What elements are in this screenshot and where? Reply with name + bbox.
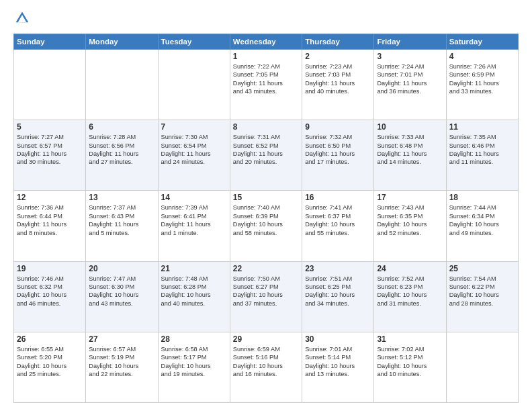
- calendar-cell: 13Sunrise: 7:37 AM Sunset: 6:43 PM Dayli…: [86, 191, 158, 261]
- day-number: 31: [377, 334, 443, 344]
- day-info: Sunrise: 6:57 AM Sunset: 5:19 PM Dayligh…: [89, 345, 154, 379]
- day-info: Sunrise: 7:02 AM Sunset: 5:12 PM Dayligh…: [377, 345, 443, 379]
- calendar-cell: 4Sunrise: 7:26 AM Sunset: 6:59 PM Daylig…: [446, 50, 518, 120]
- calendar-cell: 27Sunrise: 6:57 AM Sunset: 5:19 PM Dayli…: [86, 332, 158, 402]
- calendar-cell: 20Sunrise: 7:47 AM Sunset: 6:30 PM Dayli…: [86, 261, 158, 332]
- day-number: 19: [17, 264, 83, 273]
- calendar-cell: 5Sunrise: 7:27 AM Sunset: 6:57 PM Daylig…: [14, 120, 86, 191]
- day-info: Sunrise: 7:43 AM Sunset: 6:35 PM Dayligh…: [377, 203, 443, 237]
- day-info: Sunrise: 7:26 AM Sunset: 6:59 PM Dayligh…: [449, 62, 515, 96]
- day-info: Sunrise: 7:44 AM Sunset: 6:34 PM Dayligh…: [449, 203, 515, 237]
- day-number: 26: [17, 334, 83, 344]
- day-info: Sunrise: 7:51 AM Sunset: 6:25 PM Dayligh…: [305, 275, 371, 308]
- day-info: Sunrise: 7:40 AM Sunset: 6:39 PM Dayligh…: [233, 203, 299, 237]
- day-number: 7: [161, 122, 227, 132]
- calendar-header-row: SundayMondayTuesdayWednesdayThursdayFrid…: [14, 34, 519, 50]
- day-number: 8: [233, 122, 299, 132]
- calendar-cell: 29Sunrise: 6:59 AM Sunset: 5:16 PM Dayli…: [230, 332, 302, 402]
- calendar-weekday-sunday: Sunday: [14, 34, 86, 50]
- day-number: 30: [305, 334, 371, 344]
- calendar-cell: 26Sunrise: 6:55 AM Sunset: 5:20 PM Dayli…: [14, 332, 86, 402]
- calendar-cell: [14, 50, 86, 120]
- calendar-weekday-thursday: Thursday: [302, 34, 374, 50]
- calendar-cell: 18Sunrise: 7:44 AM Sunset: 6:34 PM Dayli…: [446, 191, 518, 261]
- calendar-cell: 11Sunrise: 7:35 AM Sunset: 6:46 PM Dayli…: [446, 120, 518, 191]
- calendar-cell: 17Sunrise: 7:43 AM Sunset: 6:35 PM Dayli…: [374, 191, 446, 261]
- calendar-week-row: 26Sunrise: 6:55 AM Sunset: 5:20 PM Dayli…: [14, 332, 519, 402]
- calendar-weekday-monday: Monday: [86, 34, 158, 50]
- calendar-week-row: 19Sunrise: 7:46 AM Sunset: 6:32 PM Dayli…: [14, 261, 519, 332]
- day-info: Sunrise: 7:24 AM Sunset: 7:01 PM Dayligh…: [377, 62, 443, 96]
- day-number: 24: [377, 264, 443, 273]
- day-number: 2: [305, 52, 371, 61]
- calendar-weekday-tuesday: Tuesday: [158, 34, 230, 50]
- day-number: 20: [89, 264, 154, 273]
- header: [13, 11, 519, 28]
- day-number: 1: [233, 52, 299, 61]
- day-number: 12: [17, 193, 83, 202]
- calendar-cell: 24Sunrise: 7:52 AM Sunset: 6:23 PM Dayli…: [374, 261, 446, 332]
- calendar-week-row: 12Sunrise: 7:36 AM Sunset: 6:44 PM Dayli…: [14, 191, 519, 261]
- day-number: 4: [449, 52, 515, 61]
- day-number: 22: [233, 264, 299, 273]
- calendar-week-row: 5Sunrise: 7:27 AM Sunset: 6:57 PM Daylig…: [14, 120, 519, 191]
- day-info: Sunrise: 7:54 AM Sunset: 6:22 PM Dayligh…: [449, 275, 515, 308]
- day-info: Sunrise: 7:47 AM Sunset: 6:30 PM Dayligh…: [89, 275, 154, 308]
- day-info: Sunrise: 7:22 AM Sunset: 7:05 PM Dayligh…: [233, 62, 299, 96]
- day-number: 11: [449, 122, 515, 132]
- calendar-cell: 1Sunrise: 7:22 AM Sunset: 7:05 PM Daylig…: [230, 50, 302, 120]
- day-number: 5: [17, 122, 83, 132]
- day-number: 28: [161, 334, 227, 344]
- day-number: 29: [233, 334, 299, 344]
- day-info: Sunrise: 7:23 AM Sunset: 7:03 PM Dayligh…: [305, 62, 371, 96]
- day-info: Sunrise: 6:59 AM Sunset: 5:16 PM Dayligh…: [233, 345, 299, 379]
- page: SundayMondayTuesdayWednesdayThursdayFrid…: [0, 0, 532, 411]
- day-info: Sunrise: 7:46 AM Sunset: 6:32 PM Dayligh…: [17, 275, 83, 308]
- calendar-cell: 6Sunrise: 7:28 AM Sunset: 6:56 PM Daylig…: [86, 120, 158, 191]
- calendar-cell: 2Sunrise: 7:23 AM Sunset: 7:03 PM Daylig…: [302, 50, 374, 120]
- calendar-cell: 31Sunrise: 7:02 AM Sunset: 5:12 PM Dayli…: [374, 332, 446, 402]
- day-number: 18: [449, 193, 515, 202]
- day-number: 14: [161, 193, 227, 202]
- day-number: 16: [305, 193, 371, 202]
- day-number: 27: [89, 334, 154, 344]
- calendar-cell: 12Sunrise: 7:36 AM Sunset: 6:44 PM Dayli…: [14, 191, 86, 261]
- calendar-cell: [86, 50, 158, 120]
- calendar-cell: 19Sunrise: 7:46 AM Sunset: 6:32 PM Dayli…: [14, 261, 86, 332]
- day-info: Sunrise: 7:52 AM Sunset: 6:23 PM Dayligh…: [377, 275, 443, 308]
- day-info: Sunrise: 7:41 AM Sunset: 6:37 PM Dayligh…: [305, 203, 371, 237]
- day-number: 23: [305, 264, 371, 273]
- calendar-cell: 15Sunrise: 7:40 AM Sunset: 6:39 PM Dayli…: [230, 191, 302, 261]
- day-number: 13: [89, 193, 154, 202]
- calendar-cell: 30Sunrise: 7:01 AM Sunset: 5:14 PM Dayli…: [302, 332, 374, 402]
- calendar-weekday-friday: Friday: [374, 34, 446, 50]
- calendar-cell: 25Sunrise: 7:54 AM Sunset: 6:22 PM Dayli…: [446, 261, 518, 332]
- day-info: Sunrise: 7:33 AM Sunset: 6:48 PM Dayligh…: [377, 133, 443, 167]
- calendar-weekday-saturday: Saturday: [446, 34, 518, 50]
- day-info: Sunrise: 6:58 AM Sunset: 5:17 PM Dayligh…: [161, 345, 227, 379]
- logo-icon: [15, 11, 30, 26]
- day-info: Sunrise: 7:48 AM Sunset: 6:28 PM Dayligh…: [161, 275, 227, 308]
- day-info: Sunrise: 7:31 AM Sunset: 6:52 PM Dayligh…: [233, 133, 299, 167]
- calendar-cell: 22Sunrise: 7:50 AM Sunset: 6:27 PM Dayli…: [230, 261, 302, 332]
- day-number: 9: [305, 122, 371, 132]
- day-number: 10: [377, 122, 443, 132]
- calendar-cell: 23Sunrise: 7:51 AM Sunset: 6:25 PM Dayli…: [302, 261, 374, 332]
- calendar-cell: 3Sunrise: 7:24 AM Sunset: 7:01 PM Daylig…: [374, 50, 446, 120]
- day-number: 3: [377, 52, 443, 61]
- calendar-table: SundayMondayTuesdayWednesdayThursdayFrid…: [13, 34, 519, 403]
- calendar-week-row: 1Sunrise: 7:22 AM Sunset: 7:05 PM Daylig…: [14, 50, 519, 120]
- calendar-cell: [446, 332, 518, 402]
- day-info: Sunrise: 7:27 AM Sunset: 6:57 PM Dayligh…: [17, 133, 83, 167]
- day-info: Sunrise: 7:50 AM Sunset: 6:27 PM Dayligh…: [233, 275, 299, 308]
- day-number: 25: [449, 264, 515, 273]
- day-info: Sunrise: 7:32 AM Sunset: 6:50 PM Dayligh…: [305, 133, 371, 167]
- calendar-cell: 10Sunrise: 7:33 AM Sunset: 6:48 PM Dayli…: [374, 120, 446, 191]
- calendar-cell: 9Sunrise: 7:32 AM Sunset: 6:50 PM Daylig…: [302, 120, 374, 191]
- calendar-weekday-wednesday: Wednesday: [230, 34, 302, 50]
- calendar-cell: 7Sunrise: 7:30 AM Sunset: 6:54 PM Daylig…: [158, 120, 230, 191]
- day-number: 17: [377, 193, 443, 202]
- day-info: Sunrise: 7:01 AM Sunset: 5:14 PM Dayligh…: [305, 345, 371, 379]
- calendar-cell: [158, 50, 230, 120]
- day-number: 6: [89, 122, 154, 132]
